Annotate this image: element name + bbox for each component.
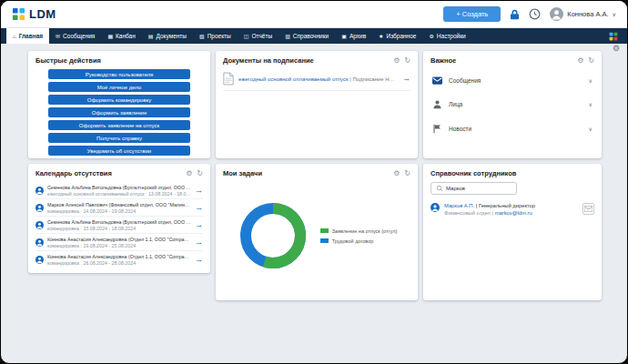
absence-detail: ежегодный основной оплачиваемый отпуск :… xyxy=(47,191,191,197)
employee-search-input[interactable] xyxy=(446,186,512,191)
tasks-chart-area: Заявление на отпуск (отгул) Трудовой дог… xyxy=(223,182,410,289)
chart-icon: ◫ xyxy=(244,34,249,39)
employee-position: Генеральный директор xyxy=(479,203,535,208)
panel-refresh-icon[interactable]: ↻ xyxy=(197,170,203,177)
kanban-icon: ▦ xyxy=(107,34,113,39)
document-title: ежегодный основной оплачиваемый отпуск |… xyxy=(238,76,398,82)
top-bar-actions: + Создать Коннова А.А. ∨ xyxy=(443,6,616,22)
employee-name-link[interactable]: Марков А.П. xyxy=(444,203,474,208)
open-document-arrow[interactable]: → xyxy=(402,75,410,83)
quick-action-absence-notify[interactable]: Уведомить об отсутствии xyxy=(48,146,190,156)
send-mail-button[interactable] xyxy=(582,203,594,215)
absence-detail: командировка : 15.08.2024 - 18.08.2024 xyxy=(47,226,191,231)
panel-employee-directory: Справочник сотрудников Марков А.П. | Ген… xyxy=(423,164,602,300)
absence-row[interactable]: Семенова Альбина Витольдовна (Бухгалтерс… xyxy=(35,217,203,234)
panel-title: Документы на подписание xyxy=(223,56,314,65)
quick-action-certificate[interactable]: Получить справку xyxy=(48,133,190,143)
nav-tab-messages[interactable]: ✉Сообщения xyxy=(49,28,101,44)
nav-tab-directories[interactable]: ▥Справочники xyxy=(279,28,335,44)
nav-tab-settings[interactable]: ⚙Настройки xyxy=(422,28,471,44)
chart-legend: Заявление на отпуск (отгул) Трудовой дог… xyxy=(320,228,398,244)
chevron-down-icon: ∨ xyxy=(613,12,616,17)
panel-refresh-icon[interactable]: ↻ xyxy=(404,57,410,65)
panel-title: Справочник сотрудников xyxy=(430,169,516,177)
home-icon: ⌂ xyxy=(13,34,16,39)
chevron-down-icon[interactable]: ∨ xyxy=(589,78,593,84)
panel-gear-icon[interactable]: ⚙ xyxy=(577,57,583,65)
avatar-icon xyxy=(35,204,44,212)
open-absence-arrow[interactable]: → xyxy=(195,221,203,229)
panel-gear-icon[interactable]: ⚙ xyxy=(393,57,400,65)
avatar-icon xyxy=(35,187,44,195)
panel-important: Важное ⚙ ↻ Сообщения ∨ Лица ∨ xyxy=(423,51,602,158)
important-row-news[interactable]: Новости ∨ xyxy=(430,116,594,141)
panel-gear-icon[interactable]: ⚙ xyxy=(186,170,192,177)
dashboard-settings-icon[interactable]: ⚙ xyxy=(613,45,620,53)
quick-action-user-guide[interactable]: Руководство пользователя xyxy=(48,69,190,79)
important-row-messages[interactable]: Сообщения ∨ xyxy=(430,69,594,92)
avatar xyxy=(550,7,563,21)
absence-detail: командировка : 26.08.2024 - 28.08.2024 xyxy=(47,260,191,266)
ldm-logo-icon xyxy=(12,7,25,21)
open-absence-arrow[interactable]: → xyxy=(195,238,203,247)
legend-swatch-blue xyxy=(320,238,329,243)
document-link[interactable]: ежегодный основной оплачиваемый отпуск xyxy=(238,76,349,82)
absence-row[interactable]: Коннова Анастасия Александровна (Отдел 1… xyxy=(35,234,203,251)
nav-tab-favorites[interactable]: ★Избранное xyxy=(372,28,422,44)
history-icon[interactable] xyxy=(529,8,541,20)
quick-action-application[interactable]: Оформить заявление xyxy=(48,107,190,117)
envelope-icon xyxy=(432,76,442,85)
avatar-icon xyxy=(35,221,44,229)
employee-info: Марков А.П. | Генеральный директор Финан… xyxy=(444,203,578,216)
absence-row[interactable]: Семенова Альбина Витольдовна (Бухгалтерс… xyxy=(35,182,203,199)
quick-action-business-trip[interactable]: Оформить командировку xyxy=(48,95,190,105)
nav-tab-home[interactable]: ⌂Главная xyxy=(6,28,49,44)
avatar-icon xyxy=(35,238,44,247)
absence-person: Семенова Альбина Витольдовна (Бухгалтерс… xyxy=(47,219,191,225)
nav-tab-kanban[interactable]: ▦Канбан xyxy=(101,28,141,44)
user-menu[interactable]: Коннова А.А. ∨ xyxy=(550,7,616,21)
main-nav: ⌂Главная ✉Сообщения ▦Канбан ▤Документы ▧… xyxy=(1,28,627,44)
dashboard-grid: Быстрые действия Руководство пользовател… xyxy=(28,51,600,300)
nav-tab-archive[interactable]: ▣Архив xyxy=(335,28,372,44)
absence-person: Коннова Анастасия Александровна (Отдел 1… xyxy=(47,254,191,259)
quick-action-vacation-application[interactable]: Оформить заявление на отпуск xyxy=(48,120,190,130)
open-absence-arrow[interactable]: → xyxy=(195,187,203,195)
mini-logo xyxy=(609,28,618,44)
create-button[interactable]: + Создать xyxy=(443,6,501,22)
chevron-down-icon[interactable]: ∨ xyxy=(589,126,593,132)
open-absence-arrow[interactable]: → xyxy=(195,204,203,212)
panel-refresh-icon[interactable]: ↻ xyxy=(404,170,410,177)
panel-gear-icon[interactable]: ⚙ xyxy=(393,170,400,177)
app-logo: LDM xyxy=(12,7,56,21)
signing-document-row[interactable]: ежегодный основной оплачиваемый отпуск |… xyxy=(223,69,410,91)
panel-refresh-icon[interactable]: ↻ xyxy=(588,57,594,65)
star-icon: ★ xyxy=(379,34,383,39)
panel-absence-calendar: Календарь отсутствия ⚙ ↻ Семенова Альбин… xyxy=(28,164,210,273)
envelope-icon xyxy=(584,206,593,212)
nav-tab-projects[interactable]: ▧Проекты xyxy=(193,28,238,44)
nav-tab-documents[interactable]: ▤Документы xyxy=(142,28,193,44)
employee-search-box xyxy=(430,182,517,195)
quick-action-personal-file[interactable]: Моё личное дело xyxy=(48,82,190,92)
open-absence-arrow[interactable]: → xyxy=(195,256,203,264)
file-icon xyxy=(223,72,234,86)
news-icon xyxy=(432,124,442,134)
panel-title: Важное xyxy=(430,56,456,65)
person-icon xyxy=(432,99,442,109)
chevron-down-icon[interactable]: ∨ xyxy=(589,102,593,107)
important-row-persons[interactable]: Лица ∨ xyxy=(430,92,594,116)
avatar-icon xyxy=(35,256,44,264)
folder-icon: ▧ xyxy=(199,34,205,39)
employee-email-link[interactable]: markov@ldm.ru xyxy=(495,210,532,216)
legend-item: Трудовой договор xyxy=(320,238,398,244)
nav-tab-reports[interactable]: ◫Отчёты xyxy=(238,28,279,44)
absence-row[interactable]: Коннова Анастасия Александровна (Отдел 1… xyxy=(35,251,203,268)
app-window: LDM + Создать Коннова А.А. ∨ ⌂Главная xyxy=(0,0,628,364)
lock-icon[interactable] xyxy=(510,9,520,20)
panel-title: Быстрые действия xyxy=(35,56,101,65)
absence-row[interactable]: Марков Алексей Павлович (Финансовый отде… xyxy=(35,199,203,217)
tasks-donut-chart xyxy=(237,199,309,272)
absence-detail: командировка : 19.08.2024 - 25.08.2024 xyxy=(47,243,191,248)
employee-result-row[interactable]: Марков А.П. | Генеральный директор Финан… xyxy=(430,203,594,216)
